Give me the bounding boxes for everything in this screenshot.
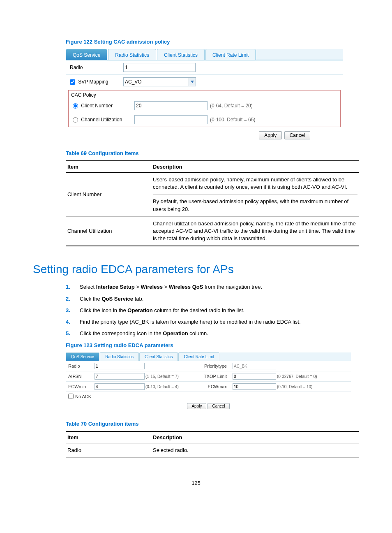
channel-util-hint: (0-100, Default = 65)	[210, 117, 255, 123]
cac-legend: CAC Policy	[69, 90, 340, 99]
step-text: Click the corresponding icon in the Oper…	[80, 330, 208, 337]
txop-hint: (0-32767, Default = 0)	[277, 374, 317, 379]
tab-client-rate-limit[interactable]: Client Rate Limit	[205, 49, 256, 60]
ecwmax-hint: (0-10, Default = 10)	[277, 385, 312, 389]
tab-qos-service[interactable]: QoS Service	[66, 49, 107, 60]
tab-qos-service[interactable]: QoS Service	[66, 352, 99, 361]
no-ack-checkbox[interactable]	[68, 394, 74, 399]
apply-button[interactable]: Apply	[187, 403, 206, 409]
tab-client-statistics[interactable]: Client Statistics	[139, 352, 178, 361]
channel-util-input[interactable]	[134, 115, 208, 124]
client-number-hint: (0-64, Default = 20)	[210, 103, 253, 109]
cancel-button[interactable]: Cancel	[284, 131, 310, 139]
table-cell: Radio	[66, 443, 151, 458]
table-70-caption: Table 70 Configuration items	[66, 421, 359, 427]
client-number-radio[interactable]	[73, 103, 78, 109]
ecwmin-label: ECWmin	[68, 384, 95, 389]
step-text: Find the priority type (AC_BK is taken f…	[80, 318, 301, 326]
table-69-caption: Table 69 Configuration items	[66, 150, 359, 156]
radio-input[interactable]	[95, 363, 145, 369]
svp-label: SVP Mapping	[78, 79, 108, 85]
ecwmin-hint: (0-10, Default = 4)	[145, 385, 190, 389]
radio-label: Radio	[68, 364, 95, 368]
table-cell: Channel Utilization	[66, 216, 151, 246]
chevron-down-icon[interactable]	[189, 77, 196, 86]
svp-select[interactable]	[123, 77, 189, 86]
tab-client-statistics[interactable]: Client Statistics	[157, 49, 205, 60]
section-heading: Setting radio EDCA parameters for APs	[33, 263, 359, 276]
radio-label: Radio	[70, 65, 123, 70]
aifsn-label: AIFSN	[68, 374, 95, 379]
tab-radio-statistics[interactable]: Radio Statistics	[100, 352, 139, 361]
ecwmax-label: ECWmax	[190, 384, 233, 389]
client-number-label: Client Number	[81, 103, 113, 109]
cac-panel: QoS Service Radio Statistics Client Stat…	[66, 49, 343, 139]
figure-122-caption: Figure 122 Setting CAC admission policy	[66, 39, 359, 45]
table-70: Item Description Radio Selected radio.	[66, 431, 359, 458]
client-number-input[interactable]	[134, 101, 208, 110]
table-cell: Channel utilization-based admission poli…	[151, 216, 359, 246]
table-69: Item Description Client Number Users-bas…	[66, 160, 359, 246]
table-header-item: Item	[66, 431, 151, 443]
ecwmin-input[interactable]	[95, 383, 145, 390]
radio-input[interactable]	[123, 63, 196, 72]
ecwmax-input[interactable]	[233, 383, 276, 390]
step-text: Click the icon in the Operation column f…	[80, 307, 244, 314]
aifsn-input[interactable]	[95, 373, 145, 380]
txop-input[interactable]	[233, 373, 276, 380]
prioritytype-label: Prioritytype	[190, 364, 233, 368]
table-cell: Client Number	[66, 173, 151, 217]
apply-button[interactable]: Apply	[259, 131, 282, 139]
edca-panel: QoS Service Radio Statistics Client Stat…	[66, 352, 351, 412]
step-text: Select Interface Setup > Wireless > Wire…	[80, 283, 262, 291]
aifsn-hint: (1-15, Default = 7)	[145, 374, 190, 379]
tab-client-rate-limit[interactable]: Client Rate Limit	[178, 352, 219, 361]
channel-util-radio[interactable]	[73, 117, 78, 123]
svp-mapping-checkbox[interactable]	[70, 79, 75, 85]
txop-label: TXOP Limit	[190, 374, 233, 379]
page-number: 125	[33, 480, 359, 486]
table-header-item: Item	[66, 161, 151, 173]
table-cell: Users-based admission policy, namely, ma…	[151, 173, 359, 217]
no-ack-label: No ACK	[75, 394, 91, 399]
tab-radio-statistics[interactable]: Radio Statistics	[108, 49, 156, 60]
figure-123-caption: Figure 123 Setting radio EDCA parameters	[66, 342, 359, 348]
prioritytype-input	[233, 363, 276, 369]
table-cell: Selected radio.	[151, 443, 359, 458]
channel-util-label: Channel Utilization	[81, 117, 122, 123]
steps-list: 1.Select Interface Setup > Wireless > Wi…	[66, 283, 359, 337]
table-header-description: Description	[151, 161, 359, 173]
cancel-button[interactable]: Cancel	[208, 403, 229, 409]
svg-marker-0	[191, 81, 194, 83]
table-header-description: Description	[151, 431, 359, 443]
step-text: Click the QoS Service tab.	[80, 295, 143, 303]
